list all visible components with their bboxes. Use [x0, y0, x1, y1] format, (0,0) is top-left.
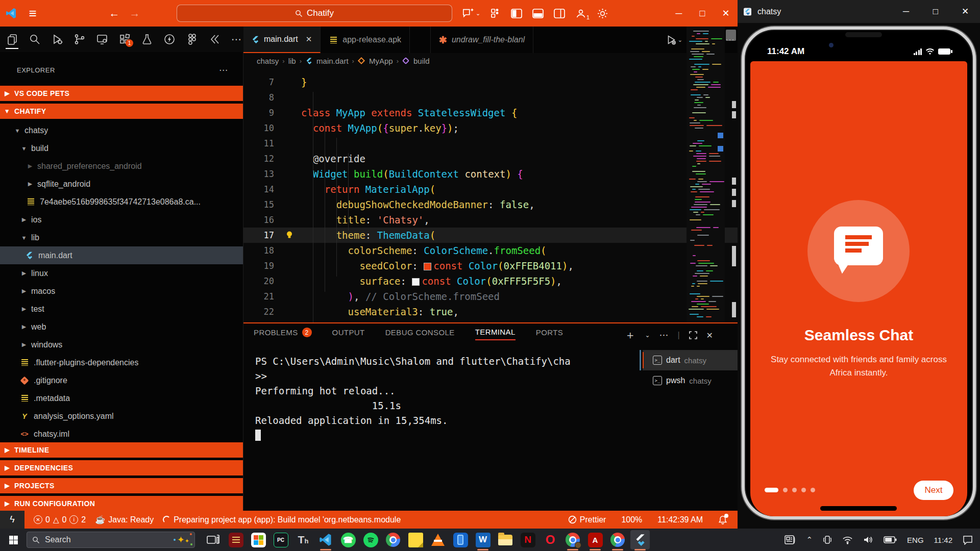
tree-item-web[interactable]: ▶web: [0, 318, 243, 336]
volume-icon[interactable]: [863, 535, 873, 544]
notification-center-icon[interactable]: [963, 535, 973, 545]
scrollbar-thumb[interactable]: [726, 30, 736, 41]
thunder-client-icon[interactable]: [162, 31, 176, 48]
explorer-files-icon[interactable]: [5, 31, 19, 48]
command-center-search[interactable]: Chatify: [177, 5, 452, 22]
testing-beaker-icon[interactable]: [140, 31, 154, 48]
tree-item-build[interactable]: ▼build: [0, 139, 243, 157]
account-icon[interactable]: 1: [575, 8, 586, 19]
section-projects[interactable]: ▶PROJECTS: [0, 478, 243, 493]
forward-arrow-icon[interactable]: →: [125, 7, 145, 19]
tab-main-dart[interactable]: main.dart ✕: [243, 27, 321, 53]
language-indicator[interactable]: ENG: [907, 536, 924, 544]
code-line-22[interactable]: 22 useMaterial3: true,: [243, 304, 738, 319]
code-line-20[interactable]: 20 surface: const Color(0xFFF5F5F5),: [243, 273, 738, 289]
code-line-11[interactable]: 11: [243, 136, 738, 151]
extensions-icon[interactable]: 1: [117, 31, 131, 48]
copilot-icon[interactable]: ✦ ⌄: [462, 8, 480, 19]
code-line-7[interactable]: 7}: [243, 74, 738, 90]
close-icon[interactable]: ✕: [706, 331, 713, 340]
flutter-chevrons-icon[interactable]: [207, 31, 221, 48]
tree-item--flutter-plugins-dependencies[interactable]: .flutter-plugins-dependencies: [0, 354, 243, 371]
code-line-16[interactable]: 16 title: 'Chatsy',: [243, 212, 738, 228]
section-timeline[interactable]: ▶TIMELINE: [0, 442, 243, 458]
code-line-18[interactable]: 18 colorScheme: ColorScheme.fromSeed(: [243, 243, 738, 258]
taskbar-app-whatsapp[interactable]: ☎: [337, 529, 359, 551]
figma-icon[interactable]: [185, 31, 199, 48]
breadcrumb-item[interactable]: lib: [288, 57, 296, 65]
maximize-button[interactable]: □: [691, 0, 714, 27]
tree-item-ios[interactable]: ▶ios: [0, 211, 243, 229]
minimize-button[interactable]: ─: [891, 0, 921, 23]
java-status[interactable]: ☕ Java: Ready: [95, 515, 154, 524]
taskbar-app-phone-link[interactable]: [449, 529, 472, 551]
tab-output[interactable]: OUTPUT: [332, 328, 365, 340]
tree-item--metadata[interactable]: .metadata: [0, 389, 243, 407]
plus-icon[interactable]: ＋: [624, 328, 635, 343]
code-line-10[interactable]: 10 const MyApp({super.key});: [243, 120, 738, 136]
code-line-21[interactable]: 21 ), // ColorScheme.fromSeed: [243, 289, 738, 304]
more-ellipsis-icon[interactable]: ⋯: [230, 31, 243, 48]
code-line-13[interactable]: 13 Widget build(BuildContext context) {: [243, 166, 738, 182]
taskbar-app-netflix[interactable]: N: [517, 529, 539, 551]
tree-item-sqflite-android[interactable]: ▶sqflite_android: [0, 175, 243, 193]
build-task-status[interactable]: Preparing project app (app): Build model…: [163, 515, 401, 524]
taskbar-app-word[interactable]: W: [472, 529, 494, 551]
taskbar-app-acrobat[interactable]: A: [584, 529, 606, 551]
taskbar-app-chrome[interactable]: [382, 529, 404, 551]
section-vs-code-pets[interactable]: ▶ VS CODE PETS: [0, 86, 243, 101]
remote-indicator-icon[interactable]: ϟ: [0, 511, 24, 529]
tree-item-7e4aebe516b998635f34742713e086a8-ca-[interactable]: 7e4aebe516b998635f34742713e086a8.ca...: [0, 193, 243, 211]
clock-status[interactable]: 11:42:39 AM: [657, 515, 703, 524]
search-icon[interactable]: [28, 31, 41, 48]
close-button[interactable]: ✕: [950, 0, 980, 23]
tab-undraw-fill-the-blank[interactable]: ✱ undraw_fill-the-blanl: [430, 27, 533, 53]
panel-bottom-icon[interactable]: [532, 9, 544, 18]
home-indicator[interactable]: [820, 506, 897, 511]
tree-item-shared-preferences-android[interactable]: ▶shared_preferences_android: [0, 157, 243, 175]
section-dependencies[interactable]: ▶DEPENDENCIES: [0, 460, 243, 475]
tree-item-windows[interactable]: ▶windows: [0, 336, 243, 354]
chevron-up-icon[interactable]: ⌃: [806, 535, 813, 544]
tree-item-chatsy-iml[interactable]: <>chatsy.iml: [0, 425, 243, 443]
section-chatify[interactable]: ▼ CHATIFY: [0, 104, 243, 119]
tree-item-main-dart[interactable]: main.dart: [0, 246, 243, 264]
taskbar-app-vscode[interactable]: [314, 529, 337, 551]
breadcrumb-item[interactable]: build: [413, 57, 430, 65]
tree-item-macos[interactable]: ▶macos: [0, 282, 243, 300]
wifi-icon[interactable]: [842, 536, 853, 544]
tab-problems[interactable]: PROBLEMS 2: [254, 328, 312, 340]
bell-icon[interactable]: [718, 515, 727, 524]
code-line-8[interactable]: 8: [243, 90, 738, 105]
taskbar-app-bible[interactable]: [225, 529, 247, 551]
lightbulb-icon[interactable]: [285, 231, 293, 239]
taskbar-app-sticky-notes[interactable]: [404, 529, 427, 551]
next-button[interactable]: Next: [914, 481, 953, 500]
tab-app-release-apk[interactable]: app-release.apk: [321, 27, 410, 53]
taskbar-app-pycharm[interactable]: PC: [270, 529, 292, 551]
code-line-12[interactable]: 12 @override: [243, 151, 738, 166]
close-icon[interactable]: ✕: [306, 35, 312, 44]
breadcrumb-item[interactable]: main.dart: [316, 57, 349, 65]
more-ellipsis-icon[interactable]: ⋯: [659, 330, 668, 341]
taskbar-search[interactable]: Search ✦✦: [27, 532, 195, 548]
tray-clock[interactable]: 11:42: [934, 536, 952, 544]
minimap[interactable]: [687, 27, 725, 322]
taskbar-app-task-view[interactable]: [202, 529, 225, 551]
taskbar-app-spotify[interactable]: [359, 529, 382, 551]
gear-icon[interactable]: [597, 8, 608, 19]
chevron-down-icon[interactable]: ⌄: [645, 332, 650, 339]
menu-icon[interactable]: ≡: [22, 6, 43, 21]
cast-device-icon[interactable]: [823, 535, 832, 545]
taskbar-app-file-explorer[interactable]: [494, 529, 517, 551]
tree-item-chatsy[interactable]: ▼chatsy: [0, 121, 243, 139]
code-line-17[interactable]: 17 theme: ThemeData(: [243, 228, 738, 243]
tree-item-analysis-options-yaml[interactable]: Yanalysis_options.yaml: [0, 407, 243, 425]
maximize-panel-icon[interactable]: [689, 331, 697, 339]
tree-item--gitignore[interactable]: .gitignore: [0, 371, 243, 389]
taskbar-app-chrome-profile[interactable]: [561, 529, 584, 551]
run-debug-dropdown-icon[interactable]: ⌄: [666, 34, 682, 45]
source-control-icon[interactable]: [72, 31, 86, 48]
taskbar-app-chrome-2[interactable]: [606, 529, 629, 551]
sessions-scrollbar[interactable]: [640, 350, 641, 370]
